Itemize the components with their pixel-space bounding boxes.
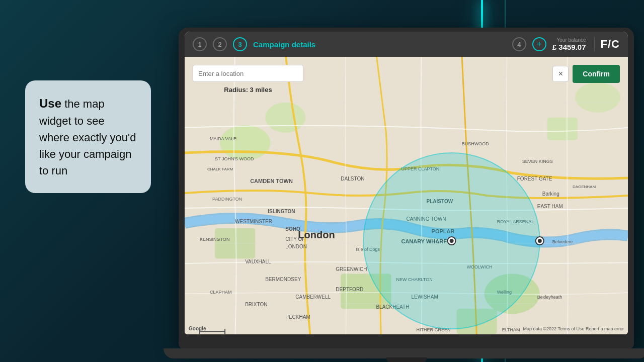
map-attribution: Map data ©2022 Terms of Use Report a map… [523,326,624,331]
balance-label: Your balance [552,37,586,43]
svg-text:LONDON: LONDON [285,244,307,249]
location-input[interactable] [193,65,303,82]
confirm-button[interactable]: Confirm [573,65,620,83]
app-logo: F/C [601,38,620,51]
svg-text:ELTHAM: ELTHAM [502,327,520,332]
action-overlay: × Confirm [552,65,620,83]
svg-text:BUSHWOOD: BUSHWOOD [462,141,490,146]
svg-text:CHALK FARM: CHALK FARM [207,167,233,171]
svg-text:London: London [298,229,335,240]
svg-text:Belvedere: Belvedere [552,239,573,244]
laptop-notch [386,357,427,362]
svg-text:KENSINGTON: KENSINGTON [200,237,229,242]
svg-point-54 [450,239,454,243]
step-2[interactable]: 2 [213,37,227,51]
balance-amount: £ 3459.07 [552,43,586,51]
info-card: Use the map widget to see where exactly … [25,80,151,193]
svg-text:Bexleyheath: Bexleyheath [537,295,562,300]
svg-rect-6 [547,118,578,140]
svg-point-7 [575,82,620,113]
svg-text:GREENWICH: GREENWICH [336,266,367,272]
svg-point-2 [265,103,305,133]
svg-text:SEVEN KINGS: SEVEN KINGS [522,159,553,164]
map-container[interactable]: CAMDEN TOWN PADDINGTON ISLINGTON DALSTON… [185,57,628,334]
svg-text:FOREST GATE: FOREST GATE [517,176,552,182]
svg-text:ST JOHN'S WOOD: ST JOHN'S WOOD [215,156,254,161]
step-4[interactable]: 4 [512,37,526,51]
laptop-base [164,348,644,358]
campaign-details-title: Campaign details [253,40,506,49]
laptop-screen: 1 2 3 Campaign details 4 + Your balance … [185,32,628,334]
close-button[interactable]: × [552,66,569,82]
svg-text:WESTMINSTER: WESTMINSTER [235,219,272,224]
balance-section: Your balance £ 3459.07 [552,37,595,51]
location-overlay: Radius: 3 miles [193,65,303,94]
svg-text:MAIDA VALE: MAIDA VALE [210,136,236,141]
svg-text:CAMBERWELL: CAMBERWELL [295,294,331,300]
add-balance-button[interactable]: + [532,37,546,51]
app-container: 1 2 3 Campaign details 4 + Your balance … [185,32,628,334]
svg-text:CLAPHAM: CLAPHAM [210,290,232,295]
svg-text:VAUXHALL: VAUXHALL [245,259,271,264]
map-svg: CAMDEN TOWN PADDINGTON ISLINGTON DALSTON… [185,57,628,334]
svg-text:DAGENHAM: DAGENHAM [573,185,596,189]
header-right-section: + Your balance £ 3459.07 F/C [532,37,620,51]
svg-text:DALSTON: DALSTON [341,176,364,182]
svg-text:DEPTFORD: DEPTFORD [336,287,363,292]
laptop-frame: 1 2 3 Campaign details 4 + Your balance … [179,28,634,349]
step-1[interactable]: 1 [193,37,207,51]
svg-text:BERMONDSEY: BERMONDSEY [265,277,301,282]
svg-point-56 [538,239,542,243]
svg-point-1 [220,125,270,160]
svg-text:EAST HAM: EAST HAM [537,204,563,209]
radius-label: Radius: 3 miles [193,86,303,94]
app-header: 1 2 3 Campaign details 4 + Your balance … [185,32,628,57]
svg-text:BRIXTON: BRIXTON [245,302,267,307]
svg-text:ISLINGTON: ISLINGTON [268,209,295,214]
step-3-active[interactable]: 3 [233,37,247,51]
svg-text:Barking: Barking [542,191,559,197]
google-logo: Google [189,326,206,331]
svg-text:PECKHAM: PECKHAM [285,314,310,320]
svg-text:CAMDEN TOWN: CAMDEN TOWN [250,178,293,184]
svg-text:PADDINGTON: PADDINGTON [212,197,242,202]
info-card-bold-text: Use [39,97,61,110]
